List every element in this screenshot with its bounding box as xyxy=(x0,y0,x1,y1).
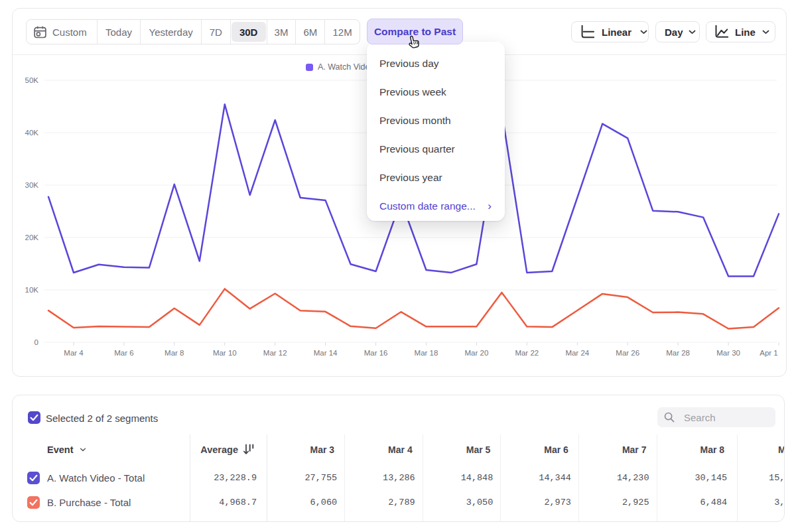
svg-text:10K: 10K xyxy=(25,286,39,294)
svg-text:Mar 10: Mar 10 xyxy=(213,349,237,357)
svg-text:Mar 12: Mar 12 xyxy=(263,349,287,357)
svg-text:Mar 18: Mar 18 xyxy=(415,349,438,357)
svg-text:Mar 8: Mar 8 xyxy=(165,349,184,357)
svg-text:Apr 1: Apr 1 xyxy=(760,349,778,357)
svg-text:Mar 30: Mar 30 xyxy=(716,349,740,357)
svg-text:40K: 40K xyxy=(25,129,39,137)
svg-text:Mar 24: Mar 24 xyxy=(565,349,589,357)
svg-text:Mar 22: Mar 22 xyxy=(515,349,539,357)
svg-text:50K: 50K xyxy=(25,76,39,84)
svg-text:Mar 14: Mar 14 xyxy=(314,349,338,357)
svg-text:Mar 4: Mar 4 xyxy=(64,349,84,357)
svg-text:Mar 26: Mar 26 xyxy=(616,349,639,357)
svg-text:30K: 30K xyxy=(25,181,39,189)
svg-text:20K: 20K xyxy=(25,233,39,241)
svg-text:Mar 6: Mar 6 xyxy=(114,349,133,357)
svg-text:Mar 28: Mar 28 xyxy=(666,349,690,357)
svg-text:0: 0 xyxy=(34,338,38,346)
svg-text:Mar 20: Mar 20 xyxy=(465,349,489,357)
svg-text:Mar 16: Mar 16 xyxy=(364,349,388,357)
